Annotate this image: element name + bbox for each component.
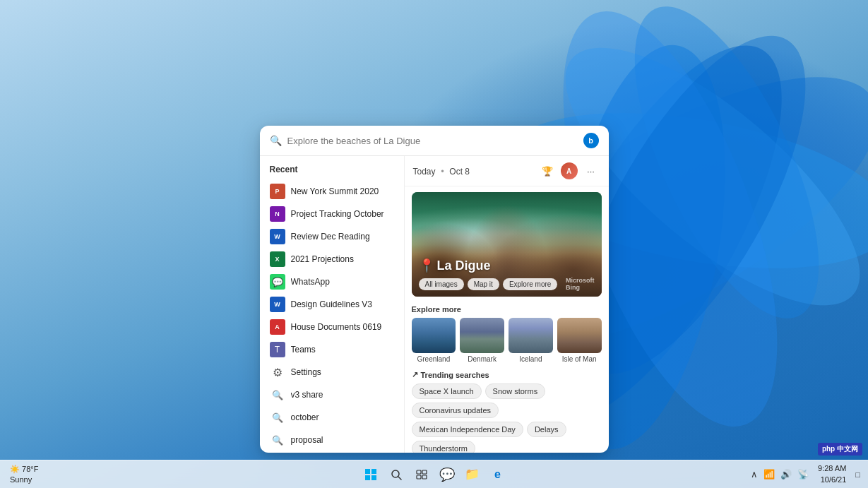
explore-item-greenland[interactable]: Greenland	[412, 318, 456, 363]
recent-label: Recent	[267, 165, 397, 174]
windows-logo-icon	[365, 469, 376, 480]
recent-item-name: Design Guidelines V3	[291, 299, 394, 309]
panel-body: Recent P New York Summit 2020 N Project …	[260, 156, 609, 453]
list-item[interactable]: W Design Guidelines V3	[267, 293, 397, 316]
trending-tag-spacex[interactable]: Space X launch	[412, 383, 482, 399]
chevron-up-icon[interactable]: ∧	[749, 468, 760, 481]
svg-rect-8	[365, 469, 370, 474]
microsoft-bing-logo: MicrosoftBing	[566, 277, 595, 291]
recent-item-name: 2021 Projections	[291, 254, 394, 264]
notification-button[interactable]: □	[853, 469, 862, 480]
list-item[interactable]: 💬 WhatsApp	[267, 270, 397, 293]
start-button[interactable]	[359, 463, 382, 486]
hero-location: 📍 La Digue	[419, 258, 595, 273]
search-history-icon: 🔍	[270, 387, 285, 403]
list-item[interactable]: ⚙ Settings	[267, 361, 397, 383]
trending-label: Trending searches	[421, 371, 489, 379]
recent-item-name: v3 share	[291, 390, 394, 400]
search-box-icon: 🔍	[270, 135, 282, 146]
hero-image: 📍 La Digue All images Map it Explore mor…	[412, 192, 602, 297]
onenote-icon: N	[270, 206, 285, 222]
task-view-button[interactable]	[410, 463, 433, 486]
php-watermark: php 中文网	[818, 443, 862, 456]
recent-item-name: proposal	[291, 435, 394, 445]
search-taskbar-icon	[391, 469, 402, 480]
explore-item-iom[interactable]: Isle of Man	[557, 318, 602, 363]
all-images-button[interactable]: All images	[419, 278, 464, 290]
bing-date-display: Today • Oct 8	[413, 166, 470, 177]
today-label: Today	[413, 167, 436, 177]
system-tray: ∧ 📶 🔊 📡	[749, 468, 811, 481]
explore-more-label: Explore more	[412, 305, 602, 314]
explore-more-button[interactable]: Explore more	[503, 278, 557, 290]
svg-line-13	[398, 477, 401, 480]
taskbar-left: ☀️ 78°F Sunny	[6, 463, 42, 486]
svg-rect-16	[417, 475, 421, 479]
hero-location-name: La Digue	[437, 258, 491, 273]
word-icon: W	[270, 229, 285, 244]
excel-icon: X	[270, 251, 285, 267]
pdf-icon: A	[270, 319, 285, 335]
denmark-thumbnail	[460, 318, 504, 353]
list-item[interactable]: 🔍 october	[267, 406, 397, 429]
file-explorer-button[interactable]: 📁	[461, 463, 484, 486]
greenland-label: Greenland	[412, 355, 456, 363]
explore-item-denmark[interactable]: Denmark	[460, 318, 504, 363]
network-icon[interactable]: 📶	[761, 468, 777, 481]
search-box-container: 🔍 b	[260, 126, 609, 156]
svg-rect-15	[422, 470, 427, 474]
list-item[interactable]: 🔍 v3 share	[267, 383, 397, 406]
recent-item-name: New York Summit 2020	[291, 186, 394, 196]
list-item[interactable]: P New York Summit 2020	[267, 180, 397, 203]
search-taskbar-button[interactable]	[385, 463, 408, 486]
weather-temp: 78°F	[22, 465, 38, 473]
trending-tags-container: Space X launch Snow storms Coronavirus u…	[412, 383, 602, 453]
recent-item-name: House Documents 0619	[291, 322, 394, 332]
list-item[interactable]: N Project Tracking October	[267, 203, 397, 225]
iom-label: Isle of Man	[557, 355, 602, 363]
trending-arrow-icon: ↗	[412, 370, 418, 379]
avatar[interactable]: A	[561, 162, 578, 179]
whatsapp-icon: 💬	[270, 274, 285, 290]
wifi-icon[interactable]: 📡	[795, 468, 811, 481]
map-it-button[interactable]: Map it	[468, 278, 499, 290]
volume-icon[interactable]: 🔊	[778, 468, 794, 481]
location-pin-icon: 📍	[419, 258, 434, 273]
list-item[interactable]: A House Documents 0619	[267, 316, 397, 338]
search-input[interactable]	[287, 136, 578, 146]
search-history-icon: 🔍	[270, 432, 285, 448]
list-item[interactable]: X 2021 Projections	[267, 248, 397, 270]
teams-icon: T	[270, 342, 285, 357]
list-item[interactable]: W Review Dec Reading	[267, 225, 397, 248]
trending-tag-snowstorms[interactable]: Snow storms	[485, 383, 546, 399]
bing-panel: Today • Oct 8 🏆 A ··· 📍 La Digue	[405, 156, 609, 453]
clock-widget[interactable]: 9:28 AM 10/6/21	[814, 462, 850, 487]
bing-more-button[interactable]: ···	[582, 162, 600, 180]
chat-button[interactable]: 💬	[436, 463, 458, 486]
list-item[interactable]: 🔍 proposal	[267, 429, 397, 451]
recent-item-name: Project Tracking October	[291, 209, 394, 219]
recent-item-name: Review Dec Reading	[291, 232, 394, 242]
bing-button[interactable]: b	[583, 133, 599, 148]
search-panel: 🔍 b Recent P New York Summit 2020 N Proj…	[260, 126, 609, 453]
taskbar-right: ∧ 📶 🔊 📡 9:28 AM 10/6/21 □	[749, 462, 862, 487]
trending-tag-mexican-independence[interactable]: Mexican Independence Day	[412, 422, 523, 437]
hero-buttons-row: All images Map it Explore more Microsoft…	[419, 277, 595, 291]
svg-rect-11	[371, 475, 376, 480]
weather-widget[interactable]: ☀️ 78°F Sunny	[6, 463, 42, 486]
taskbar: ☀️ 78°F Sunny	[0, 460, 868, 488]
bing-action-trophy[interactable]: 🏆	[538, 162, 557, 180]
trending-tag-thunderstorm[interactable]: Thunderstorm	[412, 441, 475, 453]
svg-rect-14	[417, 470, 421, 474]
trending-tag-delays[interactable]: Delays	[527, 422, 566, 437]
explore-item-iceland[interactable]: Iceland	[509, 318, 553, 363]
svg-rect-17	[422, 475, 427, 479]
list-item[interactable]: T Teams	[267, 338, 397, 361]
dot-separator: •	[441, 166, 444, 177]
explore-grid: Greenland Denmark Iceland Isle of Man	[412, 318, 602, 363]
trending-tag-coronavirus[interactable]: Coronavirus updates	[412, 403, 499, 418]
recent-item-name: Settings	[291, 367, 394, 377]
edge-button[interactable]: e	[487, 463, 509, 486]
trending-section: ↗ Trending searches Space X launch Snow …	[405, 366, 609, 453]
iceland-thumbnail	[509, 318, 553, 353]
